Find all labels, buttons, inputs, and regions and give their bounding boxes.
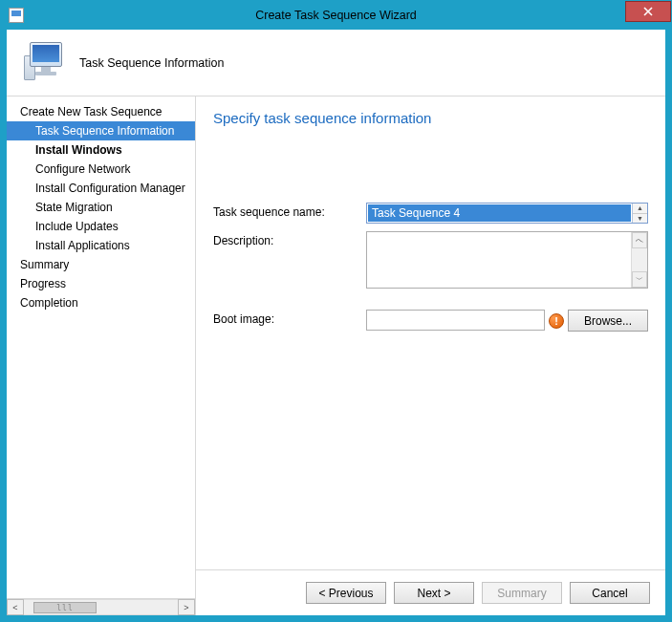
wizard-step-title: Task Sequence Information — [79, 56, 224, 70]
description-label: Description: — [213, 231, 366, 247]
spinner-buttons: ▲ ▼ — [632, 204, 647, 223]
content-heading: Specify task sequence information — [213, 110, 648, 126]
spinner-up-icon[interactable]: ▲ — [633, 204, 647, 214]
scroll-right-button[interactable]: > — [178, 599, 195, 615]
error-icon: ! — [549, 313, 564, 329]
task-sequence-name-input[interactable]: Task Sequence 4 ▲ ▼ — [366, 203, 648, 224]
wizard-header: Task Sequence Information — [7, 30, 665, 97]
summary-button: Summary — [482, 582, 562, 604]
scroll-left-button[interactable]: < — [7, 599, 24, 615]
wizard-body: Create New Task SequenceTask Sequence In… — [7, 97, 665, 615]
nav-item-install-applications[interactable]: Install Applications — [7, 236, 195, 255]
close-button[interactable] — [625, 1, 671, 22]
next-button[interactable]: Next > — [394, 582, 474, 604]
nav-item-task-sequence-information[interactable]: Task Sequence Information — [7, 121, 195, 140]
nav-item-configure-network[interactable]: Configure Network — [7, 160, 195, 179]
app-icon — [9, 8, 24, 23]
titlebar: Create Task Sequence Wizard — [1, 1, 671, 30]
nav-horizontal-scrollbar[interactable]: < > — [7, 598, 195, 615]
nav-item-install-configuration-manager[interactable]: Install Configuration Manager — [7, 179, 195, 198]
previous-button[interactable]: < Previous — [306, 582, 386, 604]
scroll-track[interactable] — [24, 599, 178, 615]
content-body: Specify task sequence information Task s… — [196, 97, 665, 569]
nav-item-progress[interactable]: Progress — [7, 274, 195, 293]
description-scrollbar[interactable]: へ ﹀ — [631, 232, 647, 288]
nav-item-install-windows[interactable]: Install Windows — [7, 140, 195, 160]
close-icon — [643, 7, 653, 16]
wizard-nav-list: Create New Task SequenceTask Sequence In… — [7, 97, 195, 598]
nav-item-completion[interactable]: Completion — [7, 293, 195, 312]
description-input[interactable] — [367, 232, 631, 288]
nav-item-create-new-task-sequence[interactable]: Create New Task Sequence — [7, 102, 195, 121]
description-row: Description: へ ﹀ — [213, 231, 648, 289]
spinner-down-icon[interactable]: ▼ — [633, 214, 647, 224]
cancel-button[interactable]: Cancel — [570, 582, 650, 604]
computer-icon — [24, 42, 66, 84]
wizard-footer: < Previous Next > Summary Cancel — [196, 569, 665, 615]
nav-item-include-updates[interactable]: Include Updates — [7, 217, 195, 236]
task-sequence-name-row: Task sequence name: Task Sequence 4 ▲ ▼ — [213, 203, 648, 224]
description-scroll-track[interactable] — [632, 248, 647, 271]
window-client-area: Task Sequence Information Create New Tas… — [1, 30, 671, 621]
nav-item-summary[interactable]: Summary — [7, 255, 195, 274]
task-sequence-name-label: Task sequence name: — [213, 203, 366, 219]
window-title: Create Task Sequence Wizard — [1, 9, 671, 22]
task-sequence-name-value[interactable]: Task Sequence 4 — [368, 204, 631, 222]
nav-item-state-migration[interactable]: State Migration — [7, 198, 195, 217]
browse-button[interactable]: Browse... — [568, 310, 648, 332]
scroll-down-icon[interactable]: ﹀ — [632, 271, 647, 288]
wizard-nav: Create New Task SequenceTask Sequence In… — [7, 97, 196, 615]
boot-image-input[interactable] — [366, 310, 545, 331]
scroll-thumb[interactable] — [33, 602, 97, 613]
boot-image-label: Boot image: — [213, 310, 366, 326]
description-input-wrap: へ ﹀ — [366, 231, 648, 289]
boot-image-row: Boot image: ! Browse... — [213, 310, 648, 332]
scroll-up-icon[interactable]: へ — [632, 232, 647, 248]
wizard-window: Create Task Sequence Wizard Task Sequenc… — [0, 0, 672, 622]
wizard-content: Specify task sequence information Task s… — [196, 97, 665, 615]
